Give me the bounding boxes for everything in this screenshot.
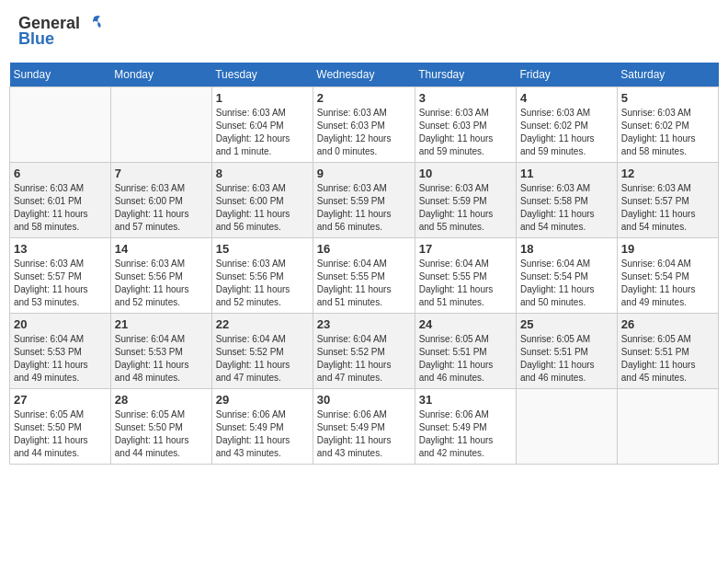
day-info: Sunrise: 6:03 AM Sunset: 5:58 PM Dayligh… <box>520 182 613 234</box>
calendar-table: SundayMondayTuesdayWednesdayThursdayFrid… <box>9 63 719 465</box>
day-of-week-header: Saturday <box>617 63 718 87</box>
day-number: 14 <box>115 242 208 256</box>
logo-bird-icon <box>82 15 102 33</box>
day-number: 28 <box>115 393 208 407</box>
calendar-cell: 25Sunrise: 6:05 AM Sunset: 5:51 PM Dayli… <box>517 314 618 389</box>
day-info: Sunrise: 6:03 AM Sunset: 5:57 PM Dayligh… <box>14 258 107 309</box>
calendar-cell: 18Sunrise: 6:04 AM Sunset: 5:54 PM Dayli… <box>517 238 618 314</box>
day-info: Sunrise: 6:04 AM Sunset: 5:54 PM Dayligh… <box>520 258 613 309</box>
day-number: 30 <box>317 393 411 407</box>
day-number: 9 <box>317 167 411 180</box>
day-number: 18 <box>520 242 613 256</box>
calendar-week-row: 1Sunrise: 6:03 AM Sunset: 6:04 PM Daylig… <box>10 87 719 163</box>
day-number: 26 <box>621 317 714 331</box>
day-info: Sunrise: 6:03 AM Sunset: 5:56 PM Dayligh… <box>115 258 208 309</box>
calendar-cell: 28Sunrise: 6:05 AM Sunset: 5:50 PM Dayli… <box>110 389 211 465</box>
day-number: 20 <box>14 317 107 331</box>
calendar-header-row: SundayMondayTuesdayWednesdayThursdayFrid… <box>10 63 719 87</box>
day-of-week-header: Friday <box>517 63 618 87</box>
day-number: 7 <box>115 167 208 180</box>
calendar-cell: 8Sunrise: 6:03 AM Sunset: 6:00 PM Daylig… <box>211 163 313 238</box>
day-number: 12 <box>621 167 714 180</box>
calendar-cell: 26Sunrise: 6:05 AM Sunset: 5:51 PM Dayli… <box>617 314 718 389</box>
day-info: Sunrise: 6:03 AM Sunset: 6:03 PM Dayligh… <box>419 107 512 158</box>
calendar-week-row: 27Sunrise: 6:05 AM Sunset: 5:50 PM Dayli… <box>10 389 719 465</box>
day-number: 10 <box>419 167 512 180</box>
day-number: 13 <box>14 242 107 256</box>
day-info: Sunrise: 6:03 AM Sunset: 5:57 PM Dayligh… <box>621 182 714 234</box>
calendar-cell: 24Sunrise: 6:05 AM Sunset: 5:51 PM Dayli… <box>415 314 516 389</box>
day-info: Sunrise: 6:03 AM Sunset: 6:03 PM Dayligh… <box>317 107 411 158</box>
day-info: Sunrise: 6:03 AM Sunset: 6:02 PM Dayligh… <box>520 107 613 158</box>
logo-blue-text: Blue <box>18 29 54 49</box>
day-number: 24 <box>419 317 512 331</box>
day-info: Sunrise: 6:03 AM Sunset: 5:59 PM Dayligh… <box>317 182 411 234</box>
calendar-cell: 1Sunrise: 6:03 AM Sunset: 6:04 PM Daylig… <box>211 87 313 163</box>
day-info: Sunrise: 6:05 AM Sunset: 5:51 PM Dayligh… <box>520 333 613 385</box>
day-number: 3 <box>419 91 512 105</box>
day-of-week-header: Sunday <box>10 63 111 87</box>
calendar-cell: 20Sunrise: 6:04 AM Sunset: 5:53 PM Dayli… <box>10 314 111 389</box>
calendar-cell: 19Sunrise: 6:04 AM Sunset: 5:54 PM Dayli… <box>617 238 718 314</box>
calendar-cell: 23Sunrise: 6:04 AM Sunset: 5:52 PM Dayli… <box>313 314 415 389</box>
day-number: 23 <box>317 317 411 331</box>
calendar-week-row: 13Sunrise: 6:03 AM Sunset: 5:57 PM Dayli… <box>10 238 719 314</box>
calendar-cell: 9Sunrise: 6:03 AM Sunset: 5:59 PM Daylig… <box>313 163 415 238</box>
calendar-cell: 5Sunrise: 6:03 AM Sunset: 6:02 PM Daylig… <box>617 87 718 163</box>
day-info: Sunrise: 6:04 AM Sunset: 5:52 PM Dayligh… <box>317 333 411 385</box>
day-number: 6 <box>14 167 107 180</box>
day-number: 1 <box>216 91 309 105</box>
day-info: Sunrise: 6:04 AM Sunset: 5:52 PM Dayligh… <box>216 333 309 385</box>
calendar-cell: 15Sunrise: 6:03 AM Sunset: 5:56 PM Dayli… <box>211 238 313 314</box>
calendar-cell: 31Sunrise: 6:06 AM Sunset: 5:49 PM Dayli… <box>415 389 516 465</box>
day-number: 21 <box>115 317 208 331</box>
day-info: Sunrise: 6:03 AM Sunset: 6:00 PM Dayligh… <box>216 182 309 234</box>
calendar-cell: 6Sunrise: 6:03 AM Sunset: 6:01 PM Daylig… <box>10 163 111 238</box>
day-info: Sunrise: 6:04 AM Sunset: 5:53 PM Dayligh… <box>14 333 107 385</box>
day-number: 5 <box>621 91 714 105</box>
day-number: 22 <box>216 317 309 331</box>
day-info: Sunrise: 6:04 AM Sunset: 5:53 PM Dayligh… <box>115 333 208 385</box>
calendar-cell <box>10 87 111 163</box>
calendar-cell: 11Sunrise: 6:03 AM Sunset: 5:58 PM Dayli… <box>517 163 618 238</box>
day-number: 2 <box>317 91 411 105</box>
calendar-cell: 7Sunrise: 6:03 AM Sunset: 6:00 PM Daylig… <box>110 163 211 238</box>
calendar-cell: 17Sunrise: 6:04 AM Sunset: 5:55 PM Dayli… <box>415 238 516 314</box>
day-of-week-header: Monday <box>110 63 211 87</box>
day-info: Sunrise: 6:03 AM Sunset: 6:02 PM Dayligh… <box>621 107 714 158</box>
day-info: Sunrise: 6:05 AM Sunset: 5:51 PM Dayligh… <box>419 333 512 385</box>
calendar-cell: 21Sunrise: 6:04 AM Sunset: 5:53 PM Dayli… <box>110 314 211 389</box>
calendar-week-row: 6Sunrise: 6:03 AM Sunset: 6:01 PM Daylig… <box>10 163 719 238</box>
calendar-cell: 2Sunrise: 6:03 AM Sunset: 6:03 PM Daylig… <box>313 87 415 163</box>
calendar-cell <box>617 389 718 465</box>
day-of-week-header: Wednesday <box>313 63 415 87</box>
calendar-cell: 12Sunrise: 6:03 AM Sunset: 5:57 PM Dayli… <box>617 163 718 238</box>
calendar-cell: 10Sunrise: 6:03 AM Sunset: 5:59 PM Dayli… <box>415 163 516 238</box>
day-info: Sunrise: 6:06 AM Sunset: 5:49 PM Dayligh… <box>419 408 512 460</box>
logo: General Blue <box>18 14 102 49</box>
day-number: 19 <box>621 242 714 256</box>
day-info: Sunrise: 6:03 AM Sunset: 6:00 PM Dayligh… <box>115 182 208 234</box>
calendar-cell <box>517 389 618 465</box>
day-number: 8 <box>216 167 309 180</box>
day-number: 4 <box>520 91 613 105</box>
day-info: Sunrise: 6:05 AM Sunset: 5:50 PM Dayligh… <box>115 408 208 460</box>
calendar-cell: 30Sunrise: 6:06 AM Sunset: 5:49 PM Dayli… <box>313 389 415 465</box>
day-number: 15 <box>216 242 309 256</box>
page-header: General Blue <box>9 9 719 53</box>
calendar-cell: 4Sunrise: 6:03 AM Sunset: 6:02 PM Daylig… <box>517 87 618 163</box>
day-info: Sunrise: 6:04 AM Sunset: 5:55 PM Dayligh… <box>317 258 411 309</box>
day-info: Sunrise: 6:06 AM Sunset: 5:49 PM Dayligh… <box>317 408 411 460</box>
day-info: Sunrise: 6:03 AM Sunset: 5:56 PM Dayligh… <box>216 258 309 309</box>
day-number: 16 <box>317 242 411 256</box>
calendar-cell: 29Sunrise: 6:06 AM Sunset: 5:49 PM Dayli… <box>211 389 313 465</box>
calendar-cell: 27Sunrise: 6:05 AM Sunset: 5:50 PM Dayli… <box>10 389 111 465</box>
calendar-cell: 3Sunrise: 6:03 AM Sunset: 6:03 PM Daylig… <box>415 87 516 163</box>
day-number: 27 <box>14 393 107 407</box>
day-of-week-header: Thursday <box>415 63 516 87</box>
calendar-week-row: 20Sunrise: 6:04 AM Sunset: 5:53 PM Dayli… <box>10 314 719 389</box>
day-number: 17 <box>419 242 512 256</box>
day-number: 25 <box>520 317 613 331</box>
day-info: Sunrise: 6:05 AM Sunset: 5:51 PM Dayligh… <box>621 333 714 385</box>
day-info: Sunrise: 6:03 AM Sunset: 6:04 PM Dayligh… <box>216 107 309 158</box>
